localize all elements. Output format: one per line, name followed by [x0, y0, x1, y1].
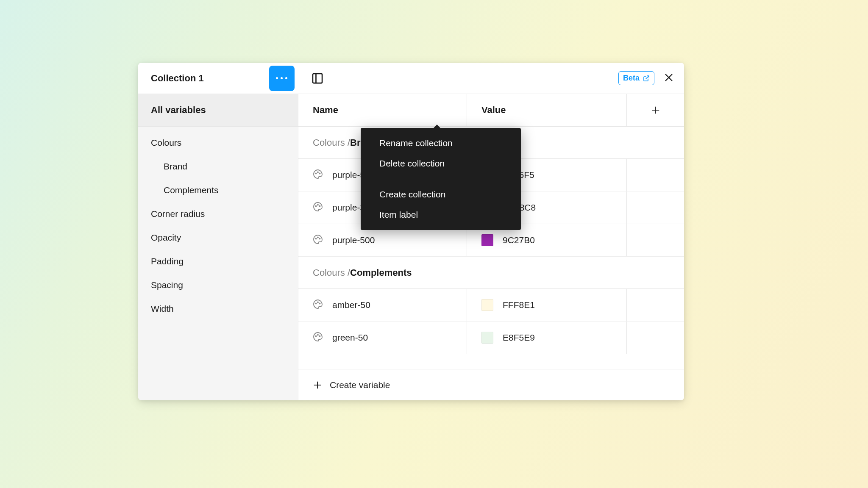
sidebar-header-all-variables[interactable]: All variables: [138, 94, 298, 127]
group-path: Colours /: [313, 267, 350, 278]
plus-icon: [651, 105, 660, 115]
content: All variables Colours Brand Complements …: [138, 94, 684, 400]
main-area: Name Value Colours / Brand purple-50: [298, 94, 684, 400]
svg-rect-0: [313, 73, 322, 83]
sidebar-item-colours[interactable]: Colours: [138, 131, 298, 155]
svg-point-9: [320, 173, 320, 174]
close-icon: [664, 72, 674, 83]
svg-point-21: [320, 336, 320, 336]
beta-label: Beta: [623, 74, 640, 83]
group-leaf: Complements: [350, 267, 412, 278]
group-path: Colours /: [313, 137, 350, 148]
external-link-icon: [643, 75, 650, 82]
create-variable-button[interactable]: Create variable: [298, 369, 684, 400]
group-header-complements: Colours / Complements: [298, 257, 684, 289]
dropdown-item-label[interactable]: Item label: [361, 205, 521, 225]
svg-point-17: [317, 302, 318, 302]
sidebar: All variables Colours Brand Complements …: [138, 94, 298, 400]
palette-icon: [313, 299, 323, 311]
panel-icon: [312, 72, 323, 84]
svg-line-2: [646, 76, 649, 79]
create-variable-label: Create variable: [330, 380, 390, 390]
sidebar-item-width[interactable]: Width: [138, 297, 298, 321]
svg-point-8: [317, 172, 318, 172]
variable-name: purple-500: [332, 235, 375, 245]
titlebar: Collection 1 Beta: [138, 63, 684, 94]
sidebar-item-opacity[interactable]: Opacity: [138, 226, 298, 250]
svg-point-20: [317, 334, 318, 335]
dropdown-item-rename[interactable]: Rename collection: [361, 133, 521, 153]
variables-panel-window: Collection 1 Beta All: [138, 63, 684, 400]
color-swatch: [481, 234, 493, 246]
ellipsis-icon: [276, 77, 287, 79]
palette-icon: [313, 202, 323, 214]
svg-point-19: [316, 336, 317, 336]
dropdown-item-delete[interactable]: Delete collection: [361, 153, 521, 174]
collection-dropdown-menu: Rename collection Delete collection Crea…: [361, 128, 521, 230]
palette-icon: [313, 234, 323, 247]
variable-row[interactable]: amber-50 FFF8E1: [298, 289, 684, 322]
column-header-name: Name: [298, 105, 467, 116]
variable-name: green-50: [332, 333, 368, 343]
dropdown-item-create[interactable]: Create collection: [361, 184, 521, 205]
sidebar-item-spacing[interactable]: Spacing: [138, 273, 298, 297]
variable-hex: 9C27B0: [503, 235, 535, 245]
columns-header: Name Value: [298, 94, 684, 127]
svg-point-7: [316, 173, 317, 174]
add-column-button[interactable]: [626, 94, 684, 126]
sidebar-item-corner-radius[interactable]: Corner radius: [138, 202, 298, 226]
svg-point-16: [316, 303, 317, 304]
sidebar-item-complements[interactable]: Complements: [138, 178, 298, 202]
svg-point-15: [320, 238, 320, 239]
toggle-side-panel-button[interactable]: [305, 66, 330, 91]
collection-title: Collection 1: [151, 73, 204, 84]
sidebar-item-padding[interactable]: Padding: [138, 250, 298, 273]
close-button[interactable]: [664, 72, 674, 84]
variable-row[interactable]: green-50 E8F5E9: [298, 322, 684, 354]
variable-hex: E8F5E9: [503, 333, 535, 343]
svg-point-11: [317, 204, 318, 205]
collection-more-button[interactable]: [269, 66, 295, 91]
color-swatch: [481, 299, 493, 311]
svg-point-14: [317, 237, 318, 238]
palette-icon: [313, 169, 323, 181]
svg-point-13: [316, 238, 317, 239]
plus-icon: [313, 380, 322, 390]
svg-point-12: [320, 205, 320, 206]
svg-point-10: [316, 205, 317, 206]
svg-point-18: [320, 303, 320, 304]
beta-button[interactable]: Beta: [618, 71, 654, 85]
sidebar-item-brand[interactable]: Brand: [138, 155, 298, 178]
variable-name: amber-50: [332, 300, 370, 310]
palette-icon: [313, 332, 323, 344]
color-swatch: [481, 332, 493, 344]
variable-hex: FFF8E1: [503, 300, 535, 310]
